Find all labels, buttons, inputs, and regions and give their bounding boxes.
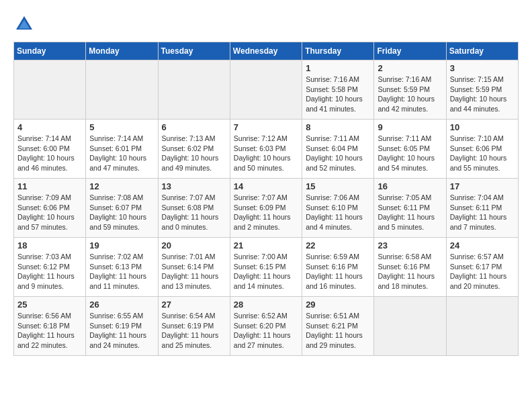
calendar-cell: 9Sunrise: 7:11 AMSunset: 6:05 PMDaylight…	[374, 120, 446, 179]
header-day-monday: Monday	[86, 42, 158, 60]
day-number: 5	[89, 122, 154, 132]
day-info: Sunrise: 7:14 AMSunset: 6:01 PMDaylight:…	[89, 134, 154, 173]
calendar: SundayMondayTuesdayWednesdayThursdayFrid…	[13, 42, 519, 356]
day-number: 11	[17, 181, 82, 191]
day-info: Sunrise: 6:52 AMSunset: 6:20 PMDaylight:…	[234, 311, 298, 351]
header-day-saturday: Saturday	[446, 42, 518, 60]
day-info: Sunrise: 7:12 AMSunset: 6:03 PMDaylight:…	[234, 134, 298, 173]
calendar-cell: 11Sunrise: 7:09 AMSunset: 6:06 PMDayligh…	[14, 179, 86, 238]
day-number: 23	[378, 240, 442, 250]
calendar-cell	[446, 297, 518, 356]
calendar-cell: 6Sunrise: 7:13 AMSunset: 6:02 PMDaylight…	[158, 120, 230, 179]
day-info: Sunrise: 6:59 AMSunset: 6:16 PMDaylight:…	[306, 252, 370, 291]
day-number: 21	[234, 240, 298, 250]
day-info: Sunrise: 6:57 AMSunset: 6:17 PMDaylight:…	[450, 252, 515, 291]
header-day-friday: Friday	[374, 42, 446, 60]
calendar-cell: 22Sunrise: 6:59 AMSunset: 6:16 PMDayligh…	[302, 238, 374, 297]
day-info: Sunrise: 7:00 AMSunset: 6:15 PMDaylight:…	[234, 252, 298, 291]
calendar-cell	[230, 60, 302, 120]
day-info: Sunrise: 7:03 AMSunset: 6:12 PMDaylight:…	[17, 252, 82, 291]
day-info: Sunrise: 7:01 AMSunset: 6:14 PMDaylight:…	[162, 252, 226, 291]
header	[13, 13, 519, 35]
week-row-5: 25Sunrise: 6:56 AMSunset: 6:18 PMDayligh…	[14, 297, 519, 356]
calendar-body: 1Sunrise: 7:16 AMSunset: 5:58 PMDaylight…	[14, 60, 519, 356]
day-number: 24	[450, 240, 515, 250]
calendar-cell: 4Sunrise: 7:14 AMSunset: 6:00 PMDaylight…	[14, 120, 86, 179]
day-number: 7	[234, 122, 298, 132]
day-info: Sunrise: 7:16 AMSunset: 5:59 PMDaylight:…	[378, 75, 442, 114]
day-number: 27	[162, 300, 226, 310]
week-row-4: 18Sunrise: 7:03 AMSunset: 6:12 PMDayligh…	[14, 238, 519, 297]
week-row-3: 11Sunrise: 7:09 AMSunset: 6:06 PMDayligh…	[14, 179, 519, 238]
week-row-2: 4Sunrise: 7:14 AMSunset: 6:00 PMDaylight…	[14, 120, 519, 179]
day-info: Sunrise: 7:10 AMSunset: 6:06 PMDaylight:…	[450, 134, 515, 173]
calendar-cell: 28Sunrise: 6:52 AMSunset: 6:20 PMDayligh…	[230, 297, 302, 356]
day-number: 17	[450, 181, 515, 191]
logo	[13, 13, 38, 35]
calendar-cell	[158, 60, 230, 120]
calendar-cell: 17Sunrise: 7:04 AMSunset: 6:11 PMDayligh…	[446, 179, 518, 238]
day-number: 28	[234, 300, 298, 310]
calendar-cell: 5Sunrise: 7:14 AMSunset: 6:01 PMDaylight…	[86, 120, 158, 179]
day-number: 26	[89, 300, 154, 310]
calendar-cell: 20Sunrise: 7:01 AMSunset: 6:14 PMDayligh…	[158, 238, 230, 297]
week-row-1: 1Sunrise: 7:16 AMSunset: 5:58 PMDaylight…	[14, 60, 519, 120]
day-info: Sunrise: 6:51 AMSunset: 6:21 PMDaylight:…	[306, 311, 370, 351]
day-number: 4	[17, 122, 82, 132]
day-number: 14	[234, 181, 298, 191]
day-number: 16	[378, 181, 442, 191]
day-number: 13	[162, 181, 226, 191]
calendar-cell: 19Sunrise: 7:02 AMSunset: 6:13 PMDayligh…	[86, 238, 158, 297]
day-number: 25	[17, 300, 82, 310]
calendar-cell: 23Sunrise: 6:58 AMSunset: 6:16 PMDayligh…	[374, 238, 446, 297]
calendar-cell: 2Sunrise: 7:16 AMSunset: 5:59 PMDaylight…	[374, 60, 446, 120]
day-number: 3	[450, 63, 515, 73]
day-info: Sunrise: 7:09 AMSunset: 6:06 PMDaylight:…	[17, 193, 82, 232]
day-info: Sunrise: 7:11 AMSunset: 6:05 PMDaylight:…	[378, 134, 442, 173]
calendar-cell: 21Sunrise: 7:00 AMSunset: 6:15 PMDayligh…	[230, 238, 302, 297]
day-info: Sunrise: 6:55 AMSunset: 6:19 PMDaylight:…	[89, 311, 154, 351]
header-row: SundayMondayTuesdayWednesdayThursdayFrid…	[14, 42, 519, 60]
calendar-header: SundayMondayTuesdayWednesdayThursdayFrid…	[14, 42, 519, 60]
day-number: 18	[17, 240, 82, 250]
day-info: Sunrise: 7:07 AMSunset: 6:08 PMDaylight:…	[162, 193, 226, 232]
header-day-sunday: Sunday	[14, 42, 86, 60]
calendar-cell: 1Sunrise: 7:16 AMSunset: 5:58 PMDaylight…	[302, 60, 374, 120]
day-info: Sunrise: 7:06 AMSunset: 6:10 PMDaylight:…	[306, 193, 370, 232]
day-info: Sunrise: 7:05 AMSunset: 6:11 PMDaylight:…	[378, 193, 442, 232]
day-info: Sunrise: 7:04 AMSunset: 6:11 PMDaylight:…	[450, 193, 515, 232]
day-number: 10	[450, 122, 515, 132]
day-info: Sunrise: 7:08 AMSunset: 6:07 PMDaylight:…	[89, 193, 154, 232]
day-info: Sunrise: 7:15 AMSunset: 5:59 PMDaylight:…	[450, 75, 515, 114]
calendar-cell: 27Sunrise: 6:54 AMSunset: 6:19 PMDayligh…	[158, 297, 230, 356]
day-info: Sunrise: 7:11 AMSunset: 6:04 PMDaylight:…	[306, 134, 370, 173]
calendar-cell: 15Sunrise: 7:06 AMSunset: 6:10 PMDayligh…	[302, 179, 374, 238]
day-number: 15	[306, 181, 370, 191]
calendar-cell: 3Sunrise: 7:15 AMSunset: 5:59 PMDaylight…	[446, 60, 518, 120]
day-number: 1	[306, 63, 370, 73]
day-info: Sunrise: 7:14 AMSunset: 6:00 PMDaylight:…	[17, 134, 82, 173]
day-number: 20	[162, 240, 226, 250]
calendar-cell: 24Sunrise: 6:57 AMSunset: 6:17 PMDayligh…	[446, 238, 518, 297]
calendar-cell: 7Sunrise: 7:12 AMSunset: 6:03 PMDaylight…	[230, 120, 302, 179]
calendar-cell: 13Sunrise: 7:07 AMSunset: 6:08 PMDayligh…	[158, 179, 230, 238]
day-info: Sunrise: 7:07 AMSunset: 6:09 PMDaylight:…	[234, 193, 298, 232]
calendar-cell: 8Sunrise: 7:11 AMSunset: 6:04 PMDaylight…	[302, 120, 374, 179]
calendar-cell: 14Sunrise: 7:07 AMSunset: 6:09 PMDayligh…	[230, 179, 302, 238]
day-number: 22	[306, 240, 370, 250]
day-number: 19	[89, 240, 154, 250]
header-day-thursday: Thursday	[302, 42, 374, 60]
day-number: 9	[378, 122, 442, 132]
header-day-tuesday: Tuesday	[158, 42, 230, 60]
day-info: Sunrise: 6:56 AMSunset: 6:18 PMDaylight:…	[17, 311, 82, 351]
day-info: Sunrise: 7:16 AMSunset: 5:58 PMDaylight:…	[306, 75, 370, 114]
calendar-cell: 10Sunrise: 7:10 AMSunset: 6:06 PMDayligh…	[446, 120, 518, 179]
day-info: Sunrise: 7:02 AMSunset: 6:13 PMDaylight:…	[89, 252, 154, 291]
day-number: 2	[378, 63, 442, 73]
calendar-cell	[374, 297, 446, 356]
calendar-cell: 26Sunrise: 6:55 AMSunset: 6:19 PMDayligh…	[86, 297, 158, 356]
calendar-cell: 12Sunrise: 7:08 AMSunset: 6:07 PMDayligh…	[86, 179, 158, 238]
calendar-cell: 29Sunrise: 6:51 AMSunset: 6:21 PMDayligh…	[302, 297, 374, 356]
logo-icon	[13, 13, 35, 35]
calendar-cell	[86, 60, 158, 120]
